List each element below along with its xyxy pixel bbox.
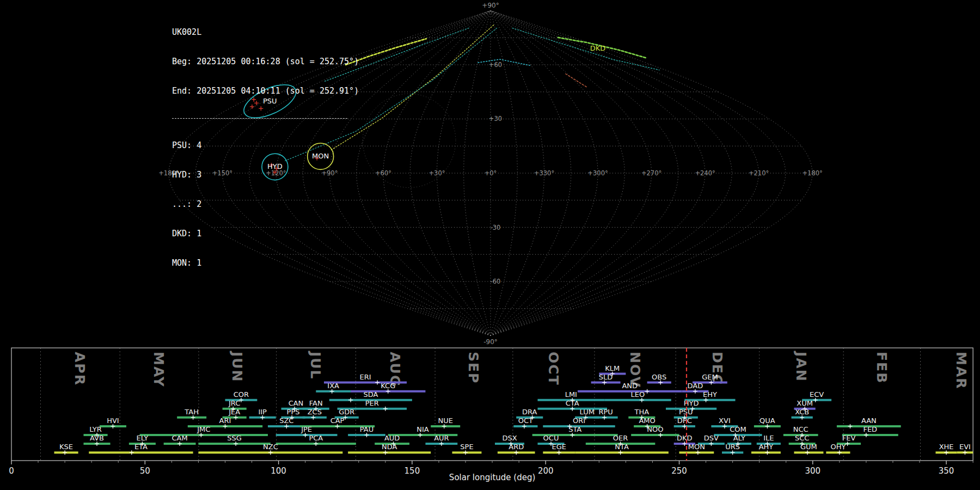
shower-label: ORI: [573, 416, 585, 425]
shower-label: AMO: [639, 416, 655, 425]
shower-label: RPU: [598, 408, 612, 416]
shower-label: CAN: [289, 399, 304, 407]
shower-label: JPE: [301, 425, 312, 433]
shower-label: ILE: [763, 434, 774, 442]
shower-label: PER: [365, 399, 379, 407]
count-hyd: HYD: 3: [172, 170, 359, 180]
radiant-dkd: DKD: [590, 44, 606, 52]
shower-label: ARI: [219, 416, 231, 425]
station-id: UK002L: [172, 27, 359, 37]
shower-label: DSV: [704, 434, 719, 442]
month-label: JAN: [793, 351, 809, 382]
shower-label: STA: [568, 425, 581, 433]
shower-label: OCU: [543, 434, 559, 442]
shower-activity-tah: TAH: [177, 408, 206, 420]
month-label: APR: [72, 352, 88, 386]
pole-label-south: -90°: [483, 338, 498, 346]
shower-label: XHE: [939, 443, 954, 451]
shower-label: IXA: [327, 382, 339, 390]
longitude-label: +240°: [695, 169, 715, 177]
shower-activity-hvi: HVI: [100, 416, 126, 428]
shower-label: SSG: [227, 434, 242, 442]
tick-label: 350: [939, 466, 954, 476]
longitude-label: +300°: [587, 169, 608, 177]
shower-label: IIP: [258, 408, 267, 416]
shower-label: AVB: [90, 434, 104, 442]
longitude-label: +60°: [375, 169, 391, 177]
shower-label: MON: [688, 443, 705, 451]
shower-label: ELY: [137, 434, 149, 442]
shower-label: XVI: [719, 416, 731, 425]
shower-label: PSU: [679, 408, 693, 416]
shower-label: AUD: [384, 434, 400, 442]
shower-label: DSX: [502, 434, 517, 442]
longitude-label: +210°: [749, 169, 769, 177]
timeline: APRMAYJUNJULAUGSEPOCTNOVDECJANFEBMAR0501…: [9, 348, 973, 482]
shower-label: NOO: [647, 425, 663, 433]
observation-header: UK002L Beg: 20251205 00:16:28 (sol = 252…: [172, 8, 359, 287]
radiant-map-and-timeline-chart: +90°-90°+180°+150°+120°+90°+60°+30°+0°+3…: [0, 0, 980, 490]
shower-activity-evi: EVI: [957, 443, 973, 455]
month-label: JUL: [308, 351, 323, 380]
shower-label: AAN: [861, 416, 877, 425]
shower-label: PPS: [287, 408, 300, 416]
shower-label: NCC: [793, 425, 808, 433]
shower-label: LMI: [565, 390, 577, 399]
shower-label: FAN: [309, 399, 323, 407]
longitude-label: +270°: [641, 169, 661, 177]
shower-trail: [512, 28, 659, 70]
session-begin: Beg: 20251205 00:16:28 (sol = 252.75°): [172, 57, 359, 66]
shower-label: EVI: [959, 443, 971, 451]
shower-label: SPE: [460, 443, 473, 451]
shower-activity-obs: OBS: [647, 373, 671, 385]
shower-label: AUR: [434, 434, 449, 442]
shower-label: ERI: [359, 373, 371, 381]
shower-label: KLM: [605, 364, 620, 372]
shower-label: LUM: [580, 408, 595, 416]
tick-label: 50: [140, 466, 150, 476]
shower-activity-nda: NDA: [348, 443, 431, 455]
shower-label: DRA: [522, 408, 537, 416]
radiant-label: DKD: [590, 44, 606, 52]
shower-trail: [566, 74, 587, 88]
longitude-label: +30°: [428, 169, 445, 177]
shower-label: XCB: [795, 408, 809, 416]
shower-label: OER: [613, 434, 628, 442]
shower-label: NIA: [416, 425, 429, 433]
shower-label: JMC: [197, 425, 210, 433]
shower-label: GEM: [702, 373, 718, 381]
shower-label: ZCS: [308, 408, 322, 416]
shower-label: FED: [863, 425, 877, 433]
count-sporadic: ...: 2: [172, 199, 359, 209]
shower-label: JEA: [228, 408, 240, 416]
shower-label: KCG: [381, 382, 395, 390]
shower-label: SZC: [279, 416, 293, 425]
shower-label: GDR: [339, 408, 354, 416]
tick-label: 100: [271, 466, 286, 476]
tick-label: 150: [405, 466, 420, 476]
shower-activity-qua: QUA: [754, 416, 781, 428]
shower-label: ARD: [509, 443, 524, 451]
shower-label: GUM: [800, 443, 817, 451]
shower-label: JRC: [228, 399, 240, 407]
shower-label: SLD: [599, 373, 613, 381]
shower-label: TAH: [184, 408, 199, 416]
latitude-label: +30: [489, 115, 502, 122]
x-axis-title: Solar longitude (deg): [449, 473, 535, 482]
shower-label: KSE: [59, 443, 73, 451]
shower-label: HVI: [107, 416, 119, 425]
month-label: FEB: [874, 352, 890, 384]
latitude-label: -30: [491, 224, 501, 231]
shower-label: SDA: [363, 390, 378, 399]
count-mon: MON: 1: [172, 258, 359, 268]
shower-label: AHY: [759, 443, 774, 451]
shower-label: THA: [634, 408, 650, 416]
session-end: End: 20251205 04:10:11 (sol = 252.91°): [172, 86, 359, 96]
shower-label: NDA: [382, 443, 397, 451]
shower-label: DPC: [677, 416, 692, 425]
shower-label: EGE: [552, 443, 566, 451]
shower-label: PCA: [309, 434, 323, 442]
shower-label: ECV: [810, 390, 824, 399]
shower-label: QUA: [759, 416, 775, 425]
count-psu: PSU: 4: [172, 140, 359, 150]
